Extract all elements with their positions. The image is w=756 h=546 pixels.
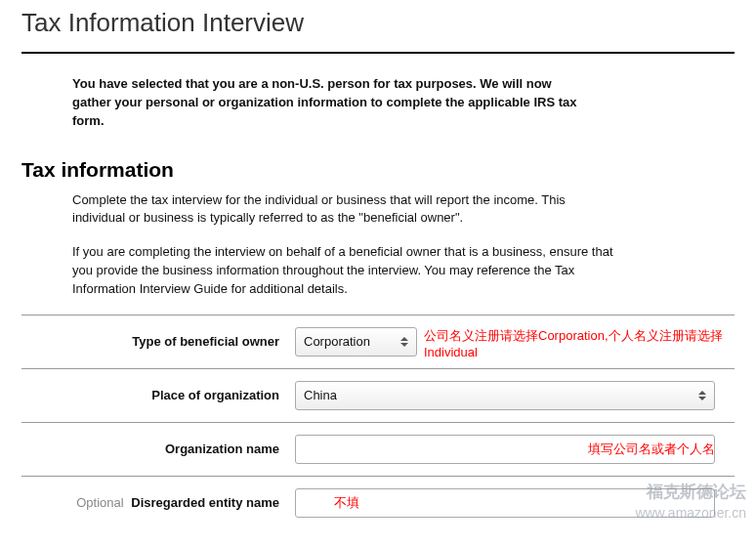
disregarded-label-wrap: Optional Disregarded entity name xyxy=(21,495,295,510)
section-p2: If you are completing the interview on b… xyxy=(72,243,619,299)
place-label: Place of organization xyxy=(21,388,295,402)
disregarded-label: Disregarded entity name xyxy=(131,495,279,510)
chevron-updown-icon xyxy=(399,335,410,349)
type-select-value: Corporation xyxy=(304,334,370,349)
org-label: Organization name xyxy=(21,441,295,456)
annotation-type: 公司名义注册请选择Corporation,个人名义注册请选择Individual xyxy=(424,327,756,361)
type-label: Type of beneficial owner xyxy=(21,334,295,349)
place-select-value: China xyxy=(304,388,337,402)
intro-text: You have selected that you are a non-U.S… xyxy=(72,75,580,131)
section-p1: Complete the tax interview for the indiv… xyxy=(72,191,619,229)
disregarded-input[interactable] xyxy=(295,488,715,518)
section-heading: Tax information xyxy=(21,158,735,182)
type-select[interactable]: Corporation xyxy=(295,327,417,357)
org-name-input[interactable] xyxy=(295,435,715,464)
section-body: Complete the tax interview for the indiv… xyxy=(72,191,619,299)
chevron-updown-icon xyxy=(696,389,708,402)
divider xyxy=(21,52,735,54)
optional-tag: Optional xyxy=(76,495,123,510)
place-select[interactable]: China xyxy=(295,381,715,410)
page-title: Tax Information Interview xyxy=(21,8,735,38)
